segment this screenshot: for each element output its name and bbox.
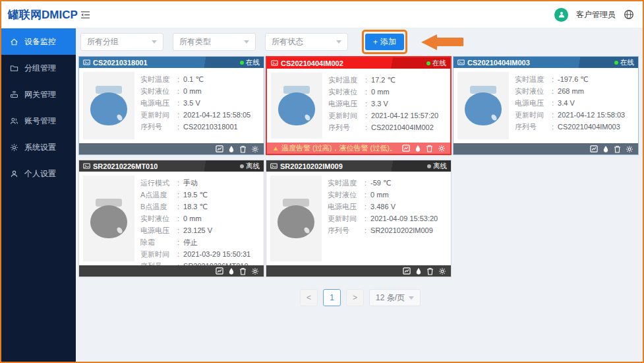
- topbar-right: 客户管理员: [554, 8, 643, 22]
- chevron-down-icon: [152, 40, 157, 44]
- chevron-down-icon: [336, 40, 341, 44]
- online-dot: [240, 61, 244, 65]
- info-separator: :: [177, 236, 179, 248]
- prev-page-button[interactable]: <: [300, 289, 318, 306]
- droplet-icon[interactable]: [415, 267, 422, 275]
- device-id: SR20210202IM009: [280, 162, 343, 170]
- app-logo: 罐联网DMICP: [1, 7, 76, 22]
- page-size-select[interactable]: 12 条/页: [369, 289, 421, 306]
- info-separator: :: [365, 86, 367, 98]
- info-value: 17.2 ℃: [371, 74, 395, 86]
- info-separator: :: [552, 121, 554, 133]
- info-separator: :: [365, 177, 366, 189]
- info-row: 电源电压:3.4 V: [515, 97, 634, 109]
- plus-icon: +: [373, 38, 378, 47]
- add-button-label: 添加: [380, 36, 396, 48]
- collapse-menu-icon[interactable]: [80, 11, 90, 19]
- chart-icon[interactable]: [403, 267, 411, 275]
- info-row: 电源电压:3.5 V: [140, 97, 260, 109]
- type-filter-select[interactable]: 所有类型: [173, 33, 256, 51]
- info-label: 更新时间: [140, 109, 176, 121]
- info-row: 更新时间:2021-04-12 15:58:03: [515, 109, 634, 121]
- sidebar-item-5[interactable]: 系统设置: [1, 134, 76, 160]
- language-globe-icon[interactable]: [624, 9, 634, 20]
- settings-icon[interactable]: [251, 145, 259, 153]
- device-info: 实时温度:17.2 ℃实时液位:0 mm电源电压:3.3 V更新时间:2021-…: [328, 73, 446, 139]
- avatar[interactable]: [554, 8, 568, 22]
- chevron-down-icon: [409, 296, 414, 300]
- info-row: 序列号:CS20210318001: [140, 121, 260, 133]
- settings-icon[interactable]: [626, 145, 633, 153]
- info-value: 3.486 V: [370, 201, 395, 213]
- sidebar-item-4[interactable]: 账号管理: [1, 108, 76, 134]
- info-label: B点温度: [140, 201, 176, 213]
- sidebar-item-2[interactable]: 分组管理: [1, 55, 76, 81]
- page-1-button[interactable]: 1: [323, 289, 341, 306]
- sidebar-item-3[interactable]: 网关管理: [1, 81, 76, 108]
- card-footer: [79, 265, 264, 277]
- device-id: CS20210404IM002: [281, 59, 343, 67]
- tank-icon: [465, 86, 502, 125]
- sidebar: 设备监控分组管理网关管理账号管理系统设置个人设置: [1, 28, 76, 362]
- trash-icon[interactable]: [426, 145, 433, 152]
- sidebar-item-label: 设备监控: [24, 36, 56, 48]
- profile-icon: [10, 170, 18, 178]
- device-image-icon: [457, 59, 465, 66]
- trash-icon[interactable]: [239, 145, 247, 153]
- alarm-message: ▲温度告警 (过高)，液位告警 (过低)。: [272, 143, 397, 153]
- settings-icon[interactable]: [251, 267, 259, 275]
- info-row: 序列号:SR20210202IM009: [328, 224, 447, 236]
- sidebar-item-1[interactable]: 设备监控: [1, 28, 76, 55]
- device-info: 运行模式:手动A点温度:19.5 ℃B点温度:18.3 ℃实时液位:0 mm电源…: [140, 176, 260, 261]
- info-row: 实时液位:0 mm: [328, 86, 446, 98]
- chart-icon[interactable]: [216, 267, 223, 275]
- info-separator: :: [552, 73, 554, 85]
- trash-icon[interactable]: [239, 267, 247, 275]
- info-separator: :: [177, 189, 179, 201]
- settings-icon[interactable]: [438, 145, 446, 152]
- chart-icon[interactable]: [402, 145, 410, 152]
- trash-icon[interactable]: [614, 145, 621, 153]
- info-value: 3.4 V: [558, 97, 575, 109]
- info-row: 序列号:CS20210404IM002: [328, 121, 446, 133]
- offline-dot: [240, 164, 244, 168]
- info-label: 序列号: [140, 121, 176, 133]
- trash-icon[interactable]: [426, 267, 434, 275]
- tank-body: [90, 92, 127, 125]
- droplet-icon[interactable]: [228, 267, 235, 275]
- tank-body: [278, 92, 315, 125]
- add-device-button[interactable]: + 添加: [365, 34, 404, 50]
- info-row: 更新时间:2021-03-29 15:50:31: [140, 248, 260, 260]
- device-cards-row-2: SR20210226MT010离线运行模式:手动A点温度:19.5 ℃B点温度:…: [78, 160, 643, 277]
- droplet-icon[interactable]: [602, 145, 609, 153]
- info-row: 电源电压:3.486 V: [328, 201, 447, 213]
- droplet-icon[interactable]: [228, 145, 235, 153]
- next-page-button[interactable]: >: [346, 289, 364, 306]
- info-row: 序列号:SR20210226MT010: [140, 260, 260, 265]
- card-body: 实时温度:17.2 ℃实时液位:0 mm电源电压:3.3 V更新时间:2021-…: [267, 69, 450, 143]
- sidebar-item-6[interactable]: 个人设置: [1, 160, 76, 187]
- card-header: SR20210226MT010离线: [79, 160, 264, 172]
- info-value: 停止: [183, 236, 198, 248]
- group-filter-select[interactable]: 所有分组: [80, 33, 163, 51]
- device-id: CS20210318001: [93, 59, 148, 67]
- chart-icon[interactable]: [216, 145, 223, 152]
- tank-body: [278, 205, 314, 238]
- status-filter-select[interactable]: 所有状态: [265, 33, 348, 51]
- status-badge: 离线: [427, 162, 447, 171]
- arrow-head: [421, 34, 437, 50]
- info-label: 运行模式: [140, 177, 176, 189]
- droplet-icon[interactable]: [415, 145, 421, 152]
- info-label: 序列号: [140, 260, 176, 265]
- tank-image: [457, 72, 509, 139]
- settings-icon[interactable]: [438, 267, 446, 275]
- alarm-text: 温度告警 (过高)，液位告警 (过低)。: [281, 143, 397, 153]
- info-value: 2021-03-29 15:50:31: [183, 248, 250, 260]
- accounts-icon: [10, 117, 18, 125]
- info-label: 序列号: [328, 224, 363, 236]
- info-label: 更新时间: [328, 213, 363, 224]
- info-label: 更新时间: [140, 248, 176, 260]
- chart-icon[interactable]: [590, 145, 598, 152]
- tank-image: [270, 176, 322, 261]
- device-card: CS20210404IM003在线实时温度:-197.6 ℃实时液位:268 m…: [453, 56, 639, 155]
